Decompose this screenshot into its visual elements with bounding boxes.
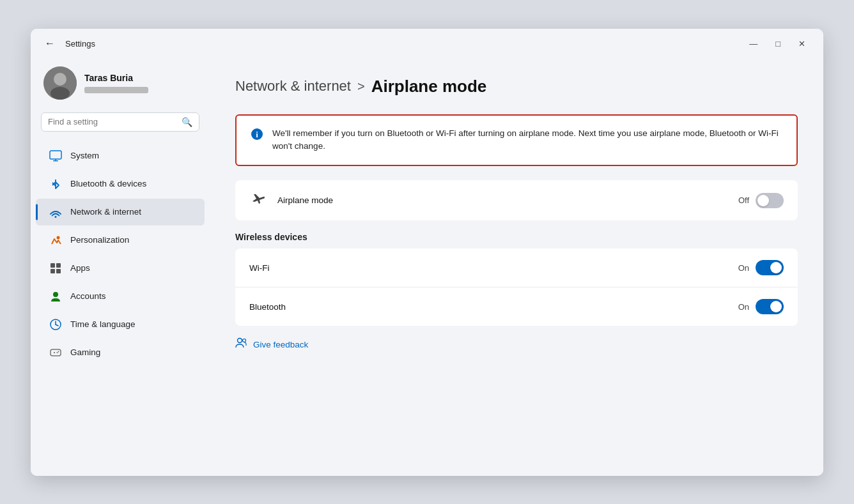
content-area: Taras Buria 🔍 System xyxy=(31,56,823,476)
svg-point-6 xyxy=(55,216,57,218)
info-icon: i xyxy=(251,128,263,144)
wifi-label: Wi-Fi xyxy=(249,263,728,273)
wifi-row: Wi-Fi On xyxy=(235,248,798,287)
sidebar-item-time[interactable]: Time & language xyxy=(36,311,205,338)
svg-point-19 xyxy=(57,352,58,353)
sidebar-item-network-label: Network & internet xyxy=(70,207,141,217)
svg-point-12 xyxy=(53,292,58,297)
search-box[interactable]: 🔍 xyxy=(41,112,199,132)
sidebar-item-gaming[interactable]: Gaming xyxy=(36,339,205,366)
airplane-mode-label: Airplane mode xyxy=(277,195,728,205)
sidebar-item-system[interactable]: System xyxy=(36,142,205,169)
airplane-icon xyxy=(249,192,267,209)
svg-text:i: i xyxy=(256,130,258,139)
airplane-mode-row: Airplane mode Off xyxy=(235,180,798,220)
wifi-toggle[interactable] xyxy=(756,260,784,275)
wireless-devices-card: Wi-Fi On Bluetooth On xyxy=(235,248,798,326)
sidebar: Taras Buria 🔍 System xyxy=(31,56,210,476)
avatar xyxy=(43,66,77,100)
wifi-right: On xyxy=(738,260,784,275)
settings-window: ← Settings — □ ✕ xyxy=(31,29,823,476)
wifi-state: On xyxy=(738,263,749,273)
bluetooth-icon xyxy=(49,177,63,191)
svg-point-20 xyxy=(58,351,59,352)
avatar-image xyxy=(43,66,77,100)
maximize-button[interactable]: □ xyxy=(768,36,788,51)
svg-rect-3 xyxy=(50,151,61,159)
svg-rect-8 xyxy=(50,263,55,268)
search-icon: 🔍 xyxy=(182,117,192,127)
sidebar-item-accounts[interactable]: Accounts xyxy=(36,283,205,310)
gaming-icon xyxy=(49,346,63,360)
main-content: Network & internet > Airplane mode i We'… xyxy=(210,56,823,476)
airplane-mode-card: Airplane mode Off xyxy=(235,180,798,220)
svg-point-1 xyxy=(54,73,66,86)
wifi-toggle-knob xyxy=(770,262,782,273)
info-banner: i We'll remember if you turn on Bluetoot… xyxy=(235,114,798,167)
sidebar-item-gaming-label: Gaming xyxy=(70,347,100,357)
bluetooth-row: Bluetooth On xyxy=(235,287,798,326)
svg-rect-11 xyxy=(56,269,61,273)
titlebar-left: ← Settings xyxy=(41,36,95,50)
airplane-mode-toggle-knob xyxy=(757,195,769,206)
airplane-mode-state: Off xyxy=(738,195,749,205)
sidebar-item-system-label: System xyxy=(70,151,99,160)
sidebar-item-personalization-label: Personalization xyxy=(70,235,129,245)
back-button[interactable]: ← xyxy=(41,36,59,50)
personalization-icon xyxy=(49,233,63,247)
breadcrumb-current: Airplane mode xyxy=(371,77,487,96)
system-icon xyxy=(49,149,63,163)
svg-point-7 xyxy=(57,236,60,239)
search-input[interactable] xyxy=(48,117,176,126)
svg-point-24 xyxy=(243,339,246,342)
user-info: Taras Buria xyxy=(84,73,148,93)
svg-rect-10 xyxy=(50,269,55,273)
time-icon xyxy=(49,317,63,332)
titlebar-controls: — □ ✕ xyxy=(741,36,813,51)
sidebar-item-personalization[interactable]: Personalization xyxy=(36,227,205,254)
svg-rect-9 xyxy=(56,263,61,268)
svg-point-2 xyxy=(50,87,70,100)
sidebar-item-apps-label: Apps xyxy=(70,263,90,273)
feedback-icon xyxy=(235,337,247,351)
sidebar-item-apps[interactable]: Apps xyxy=(36,255,205,282)
bluetooth-toggle-knob xyxy=(770,301,782,312)
sidebar-item-time-label: Time & language xyxy=(70,319,136,329)
accounts-icon xyxy=(49,289,63,303)
feedback-label: Give feedback xyxy=(253,340,308,349)
bluetooth-toggle[interactable] xyxy=(756,299,784,314)
sidebar-item-bluetooth-label: Bluetooth & devices xyxy=(70,179,146,188)
svg-rect-4 xyxy=(53,160,58,162)
sidebar-item-bluetooth[interactable]: Bluetooth & devices xyxy=(36,171,205,197)
user-subtitle xyxy=(84,87,148,93)
user-name: Taras Buria xyxy=(84,73,148,83)
breadcrumb-parent: Network & internet xyxy=(235,78,351,95)
sidebar-item-accounts-label: Accounts xyxy=(70,291,106,301)
close-button[interactable]: ✕ xyxy=(791,36,813,51)
apps-icon xyxy=(49,261,63,275)
sidebar-item-network[interactable]: Network & internet xyxy=(36,199,205,225)
airplane-mode-toggle[interactable] xyxy=(756,193,784,208)
minimize-button[interactable]: — xyxy=(741,36,765,51)
user-profile: Taras Buria xyxy=(31,56,210,112)
svg-rect-16 xyxy=(50,349,61,356)
network-icon xyxy=(49,205,63,219)
airplane-mode-right: Off xyxy=(738,193,784,208)
nav-items: System Bluetooth & devices Network & int… xyxy=(31,142,210,367)
give-feedback-link[interactable]: Give feedback xyxy=(235,337,798,351)
info-text: We'll remember if you turn on Bluetooth … xyxy=(272,127,782,154)
breadcrumb: Network & internet > Airplane mode xyxy=(235,77,798,96)
bluetooth-state: On xyxy=(738,302,749,312)
wireless-section-title: Wireless devices xyxy=(235,232,798,242)
breadcrumb-separator: > xyxy=(357,79,365,94)
window-title: Settings xyxy=(65,39,95,49)
bluetooth-label: Bluetooth xyxy=(249,302,728,312)
bluetooth-right: On xyxy=(738,299,784,314)
svg-line-15 xyxy=(56,325,58,326)
titlebar: ← Settings — □ ✕ xyxy=(31,29,823,56)
svg-point-23 xyxy=(238,339,242,343)
